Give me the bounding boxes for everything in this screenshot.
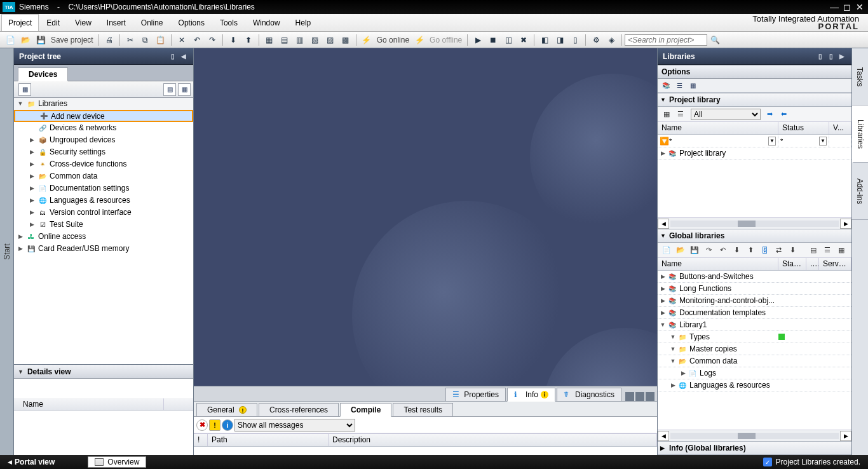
- go-online-icon[interactable]: ⚡: [360, 34, 373, 46]
- tree-item-security[interactable]: ▶ 🔒 Security settings: [14, 146, 193, 158]
- scroll-left-icon[interactable]: ◀: [658, 219, 669, 229]
- glib-col-name[interactable]: Name: [658, 258, 778, 270]
- subtab-test-results[interactable]: Test results: [393, 403, 453, 417]
- tab-info[interactable]: ℹ Info i: [507, 388, 555, 402]
- undo-icon[interactable]: ↶: [191, 34, 203, 46]
- minimize-button[interactable]: —: [829, 2, 840, 12]
- accordion-info-global[interactable]: ▶ Info (Global libraries): [658, 441, 851, 455]
- t6-icon[interactable]: ✖: [517, 34, 530, 46]
- search-go-icon[interactable]: 🔍: [709, 34, 721, 46]
- glib-t1-icon[interactable]: ↷: [702, 244, 715, 257]
- search-input[interactable]: [625, 34, 707, 46]
- menu-project[interactable]: Project: [1, 14, 39, 31]
- glib-item-buttons-switches[interactable]: ▶📚Buttons-and-Switches: [658, 271, 851, 283]
- print-icon[interactable]: 🖨: [103, 34, 116, 46]
- overview-button[interactable]: Overview: [88, 456, 146, 468]
- tree-item-documentation[interactable]: ▶ 📄 Documentation settings: [14, 182, 193, 194]
- tree-item-version-control[interactable]: ▶ 🗂 Version control interface: [14, 207, 193, 219]
- glib-item-types[interactable]: ▼📁Types: [658, 331, 851, 343]
- info-filter-icon[interactable]: i: [222, 419, 233, 431]
- compile-icon[interactable]: ⬇: [227, 34, 240, 46]
- pane-pin-icon[interactable]: ▯: [168, 52, 177, 61]
- error-filter-icon[interactable]: ✖: [196, 419, 208, 431]
- tree-item-devices-networks[interactable]: 🔗 Devices & networks: [14, 122, 193, 134]
- glib-t3-icon[interactable]: ⬇: [730, 244, 743, 257]
- menu-online[interactable]: Online: [133, 14, 171, 32]
- glib-item-documentation[interactable]: ▶📚Documentation templates: [658, 307, 851, 319]
- scroll-right-icon[interactable]: ▶: [840, 431, 851, 441]
- tab-properties[interactable]: ☰ Properties: [445, 388, 506, 402]
- glib-item-languages[interactable]: ▶🌐Languages & resources: [658, 379, 851, 391]
- save-icon[interactable]: 💾: [34, 34, 47, 46]
- glib-t7-icon[interactable]: ⬇: [786, 244, 799, 257]
- glib-item-long-functions[interactable]: ▶📚Long Functions: [658, 283, 851, 295]
- glib-col-status[interactable]: Status: [778, 258, 806, 270]
- glib-v2-icon[interactable]: ☰: [821, 244, 834, 257]
- menu-help[interactable]: Help: [288, 14, 319, 32]
- paste-icon[interactable]: 📋: [154, 34, 167, 46]
- stop-cpu-icon[interactable]: ⏹: [487, 34, 499, 46]
- opt3-icon[interactable]: ▦: [687, 81, 698, 91]
- glib-item-monitoring[interactable]: ▶📚Monitoring-and-control-obj...: [658, 295, 851, 307]
- tree-item-test-suite[interactable]: ▶ ☑ Test Suite: [14, 219, 193, 231]
- plib-scrollbar[interactable]: ◀ ▶: [658, 217, 851, 229]
- subtab-general[interactable]: General !: [196, 403, 257, 417]
- layout2-icon[interactable]: ◨: [553, 34, 566, 46]
- tree-view1-icon[interactable]: ▤: [163, 83, 176, 96]
- dropdown-icon[interactable]: ▼: [768, 137, 776, 146]
- plib-tool1-icon[interactable]: ▦: [660, 108, 673, 121]
- glib-new-icon[interactable]: 📄: [660, 244, 673, 257]
- t5-icon[interactable]: ◫: [502, 34, 515, 46]
- hw-icon[interactable]: ▦: [263, 34, 276, 46]
- glib-open-icon[interactable]: 📂: [674, 244, 687, 257]
- subtab-compile[interactable]: Compile: [340, 403, 391, 417]
- close-button[interactable]: ✕: [854, 2, 865, 12]
- warning-filter-icon[interactable]: !: [209, 419, 220, 431]
- subtab-crossref[interactable]: Cross-references: [259, 403, 339, 417]
- vtab-tasks[interactable]: Tasks: [852, 48, 868, 105]
- glib-t5-icon[interactable]: 🗄: [758, 244, 771, 257]
- glib-item-library1[interactable]: ▼📚Library1: [658, 319, 851, 331]
- scroll-left-icon[interactable]: ◀: [658, 431, 669, 441]
- menu-options[interactable]: Options: [171, 14, 212, 32]
- glib-col-serve[interactable]: Serve...: [819, 258, 851, 270]
- t3-icon[interactable]: ▨: [324, 34, 337, 46]
- lib-win2-icon[interactable]: ▯: [827, 52, 836, 61]
- plib-item-project-library[interactable]: ▶ 📚 Project library: [658, 147, 851, 160]
- tree-view2-icon[interactable]: ▦: [178, 83, 191, 96]
- dropdown-icon[interactable]: ▼: [819, 137, 827, 146]
- glib-col-dots[interactable]: ...: [806, 258, 819, 270]
- tab-diagnostics[interactable]: ☤ Diagnostics: [557, 388, 621, 402]
- inspector-close-icon[interactable]: [646, 392, 654, 401]
- inspector-max-icon[interactable]: [635, 392, 644, 401]
- inspector-min-icon[interactable]: [625, 392, 634, 401]
- tab-devices[interactable]: Devices: [18, 67, 68, 81]
- t8-icon[interactable]: ◈: [605, 34, 618, 46]
- tree-item-ungrouped[interactable]: ▶ 📦 Ungrouped devices: [14, 134, 193, 146]
- glib-v3-icon[interactable]: ▦: [835, 244, 848, 257]
- plib-col-v[interactable]: V...: [829, 122, 851, 134]
- details-view-header[interactable]: ▼ Details view: [14, 365, 193, 379]
- col-path[interactable]: Path: [208, 434, 329, 446]
- glib-v1-icon[interactable]: ▤: [807, 244, 820, 257]
- menu-view[interactable]: View: [67, 14, 99, 32]
- pane-collapse-icon[interactable]: ◀: [179, 52, 188, 61]
- save-project-label[interactable]: Save project: [48, 36, 96, 44]
- menu-edit[interactable]: Edit: [39, 14, 67, 32]
- menu-tools[interactable]: Tools: [212, 14, 245, 32]
- plib-filter-select[interactable]: All: [691, 109, 761, 120]
- details-col-name[interactable]: Name: [18, 398, 164, 410]
- glib-t4-icon[interactable]: ⬆: [744, 244, 757, 257]
- go-offline-icon[interactable]: ⚡: [413, 34, 426, 46]
- go-online-label[interactable]: Go online: [374, 36, 412, 44]
- cut-icon[interactable]: ✂: [124, 34, 137, 46]
- lib-win1-icon[interactable]: ▯: [816, 52, 825, 61]
- t2-icon[interactable]: ▧: [309, 34, 322, 46]
- new-project-icon[interactable]: 📄: [4, 34, 17, 46]
- tree-item-cross-device[interactable]: ▶ ✴ Cross-device functions: [14, 158, 193, 170]
- glib-item-master-copies[interactable]: ▼📁Master copies: [658, 343, 851, 355]
- go-offline-label[interactable]: Go offline: [427, 36, 465, 44]
- glib-scrollbar[interactable]: ◀ ▶: [658, 430, 851, 441]
- glib-t6-icon[interactable]: ⇄: [772, 244, 785, 257]
- copy-icon[interactable]: ⧉: [139, 34, 152, 46]
